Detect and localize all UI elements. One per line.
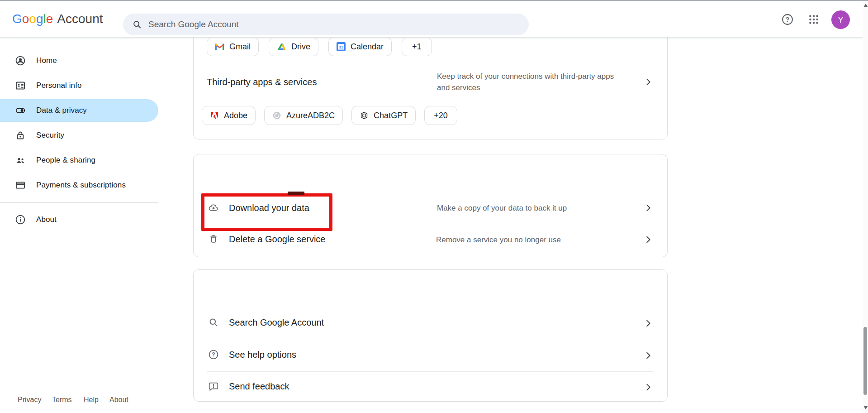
logo-product-name: Account <box>57 12 103 26</box>
app-chips-row: Gmail Drive 31 Calendar +1 <box>207 37 432 56</box>
sidebar-item-payments[interactable]: Payments & subscriptions <box>0 174 158 197</box>
row-see-help-options[interactable]: ? See help options <box>193 339 667 371</box>
sidebar-item-label: Security <box>36 131 64 140</box>
row-label: Search Google Account <box>229 317 324 328</box>
sidebar-item-home[interactable]: Home <box>0 49 158 72</box>
toggle-icon <box>15 105 26 116</box>
help-icon: ? <box>781 13 794 26</box>
sidebar-item-label: Data & privacy <box>36 106 87 115</box>
row-title: Third-party apps & services <box>207 77 317 87</box>
row-download-your-data[interactable]: Download your data Make a copy of your d… <box>193 192 667 223</box>
footer-link-terms[interactable]: Terms <box>52 396 72 404</box>
logo-letter: G <box>12 12 22 26</box>
row-description: Keep track of your connections with thir… <box>437 71 636 93</box>
chip-more-apps[interactable]: +1 <box>402 37 432 56</box>
google-account-logo[interactable]: G o o g l e Account <box>12 1 103 37</box>
drive-icon <box>277 43 286 51</box>
chip-label: Calendar <box>351 42 384 52</box>
scrollbar-down-arrow[interactable] <box>863 406 868 409</box>
chevron-right-icon <box>643 382 653 392</box>
sidebar-item-label: About <box>36 215 57 224</box>
apps-grid-button[interactable] <box>807 13 820 26</box>
row-description: Remove a service you no longer use <box>436 234 561 245</box>
chip-azureadb2c[interactable]: AzureADB2C <box>264 106 343 125</box>
logo-letter: e <box>46 12 53 26</box>
row-description: Make a copy of your data to back it up <box>437 202 567 214</box>
scrollbar-up-arrow[interactable] <box>863 4 868 7</box>
scrollbar-track[interactable] <box>863 0 868 413</box>
adobe-icon <box>210 111 219 120</box>
sidebar-item-label: Payments & subscriptions <box>36 181 126 190</box>
logo-letter: g <box>36 12 43 26</box>
chevron-right-icon <box>643 351 653 360</box>
search-icon <box>132 19 142 29</box>
row-delete-google-service[interactable]: Delete a Google service Remove a service… <box>193 224 667 255</box>
window-top-edge <box>0 0 868 1</box>
svg-text:31: 31 <box>339 45 343 49</box>
gmail-icon <box>215 43 224 51</box>
chip-label: Drive <box>291 42 310 52</box>
chip-label: +20 <box>434 111 448 120</box>
chevron-right-icon <box>643 77 653 87</box>
openai-icon <box>360 111 369 120</box>
chevron-right-icon <box>643 203 653 213</box>
row-label: See help options <box>229 349 296 360</box>
sidebar-item-data-privacy[interactable]: Data & privacy <box>0 99 158 122</box>
chevron-right-icon <box>643 235 653 245</box>
chip-drive[interactable]: Drive <box>269 37 318 56</box>
footer-link-privacy[interactable]: Privacy <box>18 396 41 404</box>
chip-chatgpt[interactable]: ChatGPT <box>351 106 416 125</box>
row-label: Send feedback <box>229 381 289 392</box>
sidebar-item-about[interactable]: About <box>0 208 158 231</box>
logo-letter: o <box>29 12 36 26</box>
sidebar-item-security[interactable]: Security <box>0 124 158 147</box>
sidebar-item-personal-info[interactable]: Personal info <box>0 74 158 97</box>
row-third-party-apps[interactable]: Third-party apps & services Keep track o… <box>193 66 667 98</box>
chip-adobe[interactable]: Adobe <box>202 106 256 125</box>
contact-card-icon <box>15 80 26 91</box>
app-header: G o o g l e Account Search Google Accoun… <box>0 1 868 38</box>
svg-text:?: ? <box>212 351 215 358</box>
chip-label: ChatGPT <box>374 111 408 120</box>
people-icon <box>15 155 26 166</box>
scrollbar-thumb[interactable] <box>863 327 867 395</box>
account-search-input[interactable]: Search Google Account <box>123 14 529 35</box>
chip-label: Gmail <box>229 42 251 52</box>
avatar-letter: Y <box>838 15 844 25</box>
lock-icon <box>15 130 26 141</box>
apps-grid-icon <box>808 14 820 25</box>
chip-gmail[interactable]: Gmail <box>207 37 259 56</box>
highlight-box-smudge <box>288 192 304 195</box>
cloud-download-icon <box>208 202 219 213</box>
row-label: Download your data <box>229 202 309 213</box>
svg-text:?: ? <box>786 16 790 23</box>
search-icon <box>208 317 219 328</box>
trash-icon <box>208 233 219 244</box>
row-send-feedback[interactable]: Send feedback <box>193 371 667 401</box>
feedback-icon <box>208 381 219 392</box>
credit-card-icon <box>15 180 26 191</box>
account-circle-icon <box>15 55 26 66</box>
logo-letter: o <box>22 12 29 26</box>
chevron-right-icon <box>643 318 653 328</box>
search-placeholder: Search Google Account <box>148 19 239 29</box>
row-search-google-account[interactable]: Search Google Account <box>193 307 667 339</box>
help-circle-icon: ? <box>208 349 219 360</box>
account-avatar[interactable]: Y <box>831 10 850 29</box>
calendar-icon: 31 <box>337 42 346 51</box>
google-account-page: G o o g l e Account Search Google Accoun… <box>0 0 868 413</box>
sidebar-divider <box>0 202 158 203</box>
sidebar-item-people-sharing[interactable]: People & sharing <box>0 149 158 172</box>
chip-more-connections[interactable]: +20 <box>424 106 457 125</box>
connection-chips-row: Adobe AzureADB2C ChatGPT +20 <box>202 106 457 125</box>
sidebar-item-label: Home <box>36 56 57 65</box>
chip-calendar[interactable]: 31 Calendar <box>328 37 392 56</box>
footer-link-help[interactable]: Help <box>84 396 99 404</box>
sidebar-item-label: People & sharing <box>36 156 95 165</box>
info-icon <box>15 214 26 225</box>
card-divider <box>207 64 653 64</box>
footer-link-about[interactable]: About <box>109 396 128 404</box>
row-label: Delete a Google service <box>229 234 325 245</box>
azure-generic-icon <box>272 111 281 120</box>
help-button[interactable]: ? <box>781 13 794 26</box>
